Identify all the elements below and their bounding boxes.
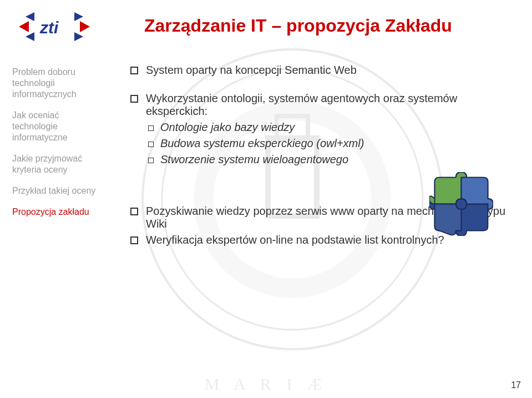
sub-bullet-item: Stworzenie systemu wieloagentowego [148, 153, 510, 166]
square-bullet-icon [130, 95, 138, 103]
square-bullet-icon [148, 158, 154, 163]
svg-marker-8 [74, 12, 83, 21]
bullet-text: Budowa systemu eksperckiego (owl+xml) [160, 137, 364, 150]
square-bullet-icon [148, 142, 154, 147]
bullet-item: Wykorzystanie ontologii, systemów agento… [130, 92, 510, 118]
sidebar-item-problem-doboru: Problem doboru technologii informatyczny… [12, 67, 118, 100]
square-bullet-icon [130, 67, 138, 74]
sidebar-item-przyklad: Przykład takiej oceny [12, 185, 118, 197]
bullet-text: Stworzenie systemu wieloagentowego [160, 153, 348, 166]
puzzle-icon [429, 172, 493, 236]
slide-title: Zarządzanie IT – propozycja Zakładu [144, 16, 452, 36]
logo: zti [16, 10, 93, 43]
square-bullet-icon [130, 236, 138, 244]
sidebar-item-jakie-przyjmowac: Jakie przyjmować kryteria oceny [12, 153, 118, 175]
bullet-text: Wykorzystanie ontologii, systemów agento… [146, 92, 510, 118]
page-number: 17 [511, 380, 521, 390]
svg-marker-5 [26, 12, 34, 21]
bullet-item: System oparty na koncepcji Semantic Web [130, 64, 510, 77]
square-bullet-icon [130, 208, 138, 215]
bullet-text: Ontologie jako bazy wiedzy [160, 121, 295, 134]
sidebar-item-jak-oceniac: Jak oceniać technologie informatyczne [12, 110, 118, 143]
sub-bullet-item: Budowa systemu eksperckiego (owl+xml) [148, 137, 510, 150]
svg-marker-7 [19, 21, 29, 32]
logo-text: zti [39, 18, 59, 37]
svg-marker-6 [26, 32, 34, 41]
square-bullet-icon [148, 125, 154, 131]
sidebar-nav: Problem doboru technologii informatyczny… [12, 67, 118, 228]
svg-marker-10 [80, 21, 90, 32]
bullet-text: System oparty na koncepcji Semantic Web [146, 64, 357, 77]
watermark-bottom-text: M A R I Æ [0, 375, 532, 394]
svg-marker-9 [74, 32, 83, 41]
sidebar-item-propozycja-zakladu: Propozycja zakładu [12, 206, 118, 218]
sub-bullet-item: Ontologie jako bazy wiedzy [148, 121, 510, 134]
bullet-text: Weryfikacja ekspertów on-line na podstaw… [146, 234, 444, 246]
